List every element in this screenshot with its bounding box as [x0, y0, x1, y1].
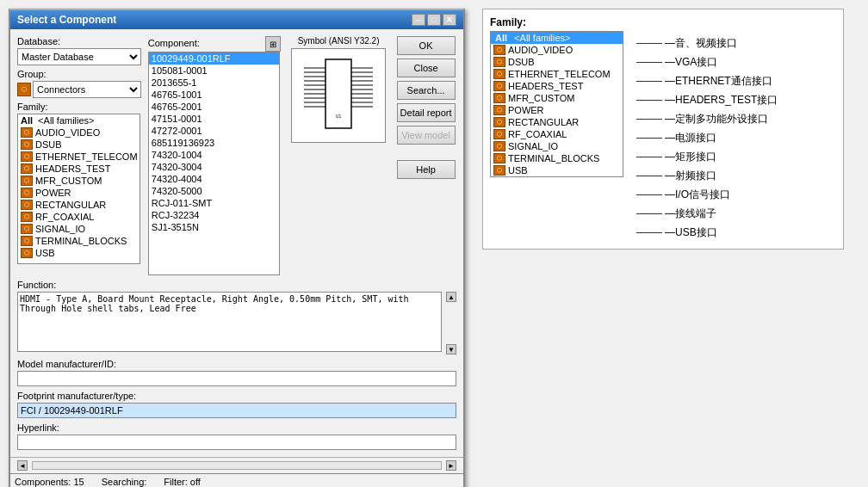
- component-item-2[interactable]: 2013655-1: [149, 77, 279, 89]
- hyperlink-input[interactable]: [17, 435, 456, 450]
- family-item-terminal[interactable]: ⬡ TERMINAL_BLOCKS: [18, 235, 140, 247]
- group-select[interactable]: Connectors: [33, 81, 141, 98]
- group-label: Group:: [17, 69, 141, 79]
- diagram-family-audio[interactable]: ⬡ AUDIO_VIDEO: [491, 44, 623, 56]
- family-item-ethernet[interactable]: ⬡ ETHERNET_TELECOM: [18, 151, 140, 163]
- component-item-11[interactable]: 74320-5000: [149, 185, 279, 197]
- dialog-titlebar: Select a Component ─ □ ✕: [10, 10, 463, 29]
- component-item-10[interactable]: 74320-4004: [149, 173, 279, 185]
- main-container: Select a Component ─ □ ✕ Database: Maste…: [9, 9, 859, 487]
- component-item-6[interactable]: 47272-0001: [149, 125, 279, 137]
- annotation-line-rectangular: [636, 157, 662, 157]
- minimize-button[interactable]: ─: [412, 14, 425, 26]
- family-item-usb[interactable]: ⬡ USB: [18, 247, 140, 259]
- component-search-btn[interactable]: ⊞: [265, 36, 281, 52]
- component-item-8[interactable]: 74320-1004: [149, 149, 279, 161]
- mfr-icon: ⬡: [21, 176, 33, 186]
- family-item-headers[interactable]: ⬡ HEADERS_TEST: [18, 163, 140, 175]
- middle-column: Component: ⊞ 10029449-001RLF 105081-0001…: [148, 36, 281, 275]
- annotation-text-signal: —I/O信号接口: [665, 188, 730, 202]
- diagram-family-mfr[interactable]: ⬡ MFR_CUSTOM: [491, 92, 623, 104]
- component-item-14[interactable]: SJ1-3515N: [149, 221, 279, 233]
- annotation-text-usb: —USB接口: [665, 225, 717, 240]
- diagram-family-usb[interactable]: ⬡ USB: [491, 164, 623, 176]
- database-select[interactable]: Master Database: [17, 48, 141, 65]
- close-window-button[interactable]: ✕: [443, 14, 456, 26]
- component-item-0[interactable]: 10029449-001RLF: [149, 52, 279, 65]
- diagram-family-rf[interactable]: ⬡ RF_COAXIAL: [491, 128, 623, 140]
- hyperlink-label: Hyperlink:: [17, 422, 456, 433]
- diag-usb-icon: ⬡: [493, 165, 505, 176]
- annotation-text-rf: —射频接口: [665, 169, 716, 183]
- component-item-1[interactable]: 105081-0001: [149, 65, 279, 77]
- annotation-line-signal: [636, 194, 662, 195]
- scroll-right-btn[interactable]: ►: [446, 460, 456, 471]
- diagram-family-power[interactable]: ⬡ POWER: [491, 104, 623, 116]
- component-list[interactable]: 10029449-001RLF 105081-0001 2013655-1 46…: [148, 52, 280, 275]
- function-textarea[interactable]: HDMI - Type A, Board Mount Receptacle, R…: [17, 292, 442, 352]
- family-item-all[interactable]: All <All families>: [18, 114, 140, 126]
- component-item-3[interactable]: 46765-1001: [149, 89, 279, 101]
- component-item-9[interactable]: 74320-3004: [149, 161, 279, 173]
- scroll-up-function[interactable]: ▲: [446, 292, 456, 302]
- footprint-input[interactable]: [17, 403, 456, 418]
- annotation-usb: —USB接口: [636, 223, 778, 242]
- diagram-family-signal[interactable]: ⬡ SIGNAL_IO: [491, 140, 623, 152]
- component-item-5[interactable]: 47151-0001: [149, 113, 279, 125]
- family-list[interactable]: All <All families> ⬡ AUDIO_VIDEO ⬡ DSUB: [17, 114, 140, 264]
- annotation-text-headers: —HEADERS_TEST接口: [665, 93, 778, 108]
- rf-icon: ⬡: [21, 212, 33, 222]
- close-button[interactable]: Close: [397, 59, 456, 77]
- top-row: Database: Master Database Group: ⬡ Conne…: [17, 36, 456, 275]
- family-item-power[interactable]: ⬡ POWER: [18, 187, 140, 199]
- family-item-rectangular[interactable]: ⬡ RECTANGULAR: [18, 199, 140, 211]
- view-model-button[interactable]: View model: [397, 126, 456, 145]
- component-item-13[interactable]: RCJ-32234: [149, 209, 279, 221]
- diagram-family-item-all[interactable]: All <All families>: [491, 32, 623, 44]
- component-item-4[interactable]: 46765-2001: [149, 101, 279, 113]
- scroll-down-function[interactable]: ▼: [446, 344, 456, 354]
- annotation-text-audio: —音、视频接口: [665, 36, 737, 51]
- family-item-audio[interactable]: ⬡ AUDIO_VIDEO: [18, 126, 140, 139]
- diagram-family-terminal[interactable]: ⬡ TERMINAL_BLOCKS: [491, 152, 623, 164]
- symbol-preview: U1: [291, 48, 386, 143]
- search-button[interactable]: Search...: [397, 81, 456, 100]
- annotation-terminal: —接线端子: [636, 204, 778, 223]
- dialog-title: Select a Component: [17, 14, 116, 26]
- diagram-family-rectangular[interactable]: ⬡ RECTANGULAR: [491, 116, 623, 128]
- dsub-icon: ⬡: [21, 139, 33, 150]
- model-mfr-label: Model manufacturer/ID:: [17, 359, 456, 369]
- scroll-left-btn[interactable]: ◄: [17, 460, 28, 471]
- ok-button[interactable]: OK: [397, 36, 456, 55]
- svg-text:U1: U1: [336, 114, 342, 119]
- family-item-rf[interactable]: ⬡ RF_COAXIAL: [18, 211, 140, 223]
- model-mfr-input[interactable]: [17, 371, 456, 386]
- restore-button[interactable]: □: [427, 14, 441, 26]
- annotation-dsub: —VGA接口: [636, 52, 778, 71]
- component-label: Component:: [148, 38, 200, 48]
- annotation-line-power: [636, 138, 662, 139]
- component-item-12[interactable]: RCJ-011-SMT: [149, 197, 279, 209]
- family-label-left: Family:: [17, 102, 141, 112]
- left-column: Database: Master Database Group: ⬡ Conne…: [17, 36, 141, 264]
- annotation-line-ethernet: [636, 81, 662, 82]
- diagram-family-dsub[interactable]: ⬡ DSUB: [491, 56, 623, 68]
- family-diagram-list[interactable]: All <All families> ⬡ AUDIO_VIDEO ⬡ DSUB …: [490, 31, 623, 177]
- family-diagram: Family: All <All families> ⬡ AUDIO_VIDEO…: [482, 9, 844, 250]
- audio-icon: ⬡: [21, 127, 33, 138]
- help-button[interactable]: Help: [397, 160, 456, 179]
- family-item-dsub[interactable]: ⬡ DSUB: [18, 139, 140, 151]
- status-filter: Filter: off: [164, 477, 459, 487]
- family-item-signal[interactable]: ⬡ SIGNAL_IO: [18, 223, 140, 235]
- footprint-section: Footprint manufacturer/type:: [17, 391, 456, 418]
- annotation-line-headers: [636, 100, 662, 101]
- component-item-7[interactable]: 685119136923: [149, 137, 279, 149]
- usb-icon: ⬡: [21, 248, 33, 258]
- family-item-mfr[interactable]: ⬡ MFR_CUSTOM: [18, 175, 140, 187]
- annotation-line-audio: [636, 43, 662, 44]
- group-icon: ⬡: [17, 83, 31, 96]
- annotation-line-mfr: [636, 119, 662, 120]
- diagram-family-ethernet[interactable]: ⬡ ETHERNET_TELECOM: [491, 68, 623, 80]
- detail-report-button[interactable]: Detail report: [397, 103, 456, 122]
- diagram-family-headers[interactable]: ⬡ HEADERS_TEST: [491, 80, 623, 92]
